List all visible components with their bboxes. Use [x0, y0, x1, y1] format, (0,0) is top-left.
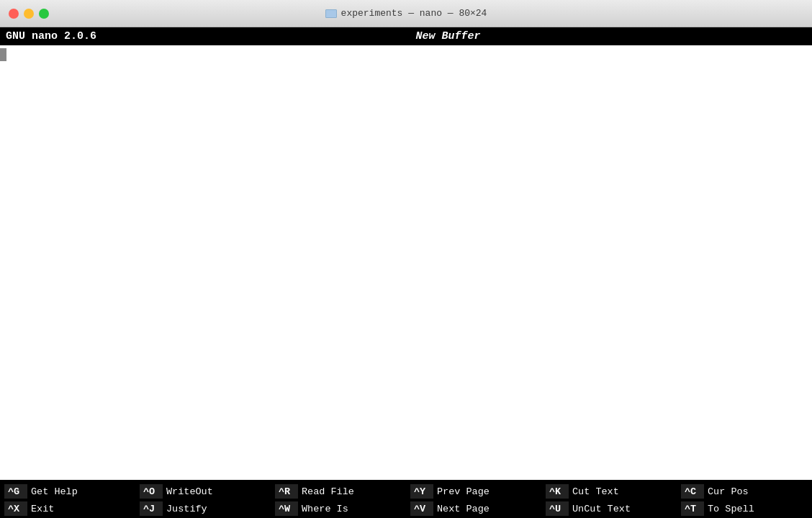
label-next-page: Next Page — [437, 504, 490, 514]
label-to-spell: To Spell — [708, 504, 754, 514]
shortcut-bar: ^G Get Help ^O WriteOut ^R Read File ^Y … — [0, 480, 812, 518]
shortcut-writeout[interactable]: ^O WriteOut — [135, 483, 271, 499]
label-exit: Exit — [31, 504, 54, 514]
shortcut-read-file[interactable]: ^R Read File — [271, 483, 406, 499]
key-where-is: ^W — [275, 501, 298, 516]
key-cut-text: ^K — [546, 484, 569, 499]
label-get-help: Get Help — [31, 486, 78, 497]
shortcut-get-help[interactable]: ^G Get Help — [0, 483, 135, 499]
shortcut-justify[interactable]: ^J Justify — [135, 501, 271, 517]
key-exit: ^X — [4, 501, 27, 516]
minimize-button[interactable] — [24, 9, 34, 19]
key-read-file: ^R — [275, 484, 298, 499]
key-writeout: ^O — [140, 484, 163, 499]
title-bar: experiments — nano — 80×24 — [0, 0, 812, 27]
key-uncut-text: ^U — [546, 501, 569, 516]
label-cur-pos: Cur Pos — [708, 486, 749, 497]
shortcut-prev-page[interactable]: ^Y Prev Page — [406, 483, 541, 499]
nano-header: GNU nano 2.0.6 New Buffer — [0, 27, 812, 45]
shortcut-exit[interactable]: ^X Exit — [0, 501, 135, 517]
editor-area[interactable] — [0, 45, 812, 480]
shortcut-cur-pos[interactable]: ^C Cur Pos — [677, 483, 812, 499]
label-uncut-text: UnCut Text — [572, 504, 631, 514]
label-writeout: WriteOut — [166, 486, 213, 497]
key-prev-page: ^Y — [410, 484, 433, 499]
folder-icon — [325, 9, 337, 18]
buffer-name: New Buffer — [416, 30, 481, 42]
shortcut-next-page[interactable]: ^V Next Page — [406, 501, 541, 517]
app-info: GNU nano 2.0.6 — [6, 30, 96, 42]
key-next-page: ^V — [410, 501, 433, 516]
label-prev-page: Prev Page — [437, 486, 490, 497]
key-get-help: ^G — [4, 484, 27, 499]
key-to-spell: ^T — [681, 501, 704, 516]
window-controls — [9, 9, 49, 19]
header-right — [800, 30, 806, 42]
maximize-button[interactable] — [39, 9, 49, 19]
shortcut-uncut-text[interactable]: ^U UnCut Text — [541, 501, 677, 517]
cursor — [0, 48, 6, 61]
label-where-is: Where Is — [302, 504, 348, 514]
shortcut-where-is[interactable]: ^W Where Is — [271, 501, 406, 517]
shortcut-cut-text[interactable]: ^K Cut Text — [541, 483, 677, 499]
label-justify: Justify — [166, 504, 207, 514]
shortcuts-grid: ^G Get Help ^O WriteOut ^R Read File ^Y … — [0, 481, 812, 518]
key-justify: ^J — [140, 501, 163, 516]
nano-container: GNU nano 2.0.6 New Buffer ^G Get Help ^O… — [0, 27, 812, 518]
label-cut-text: Cut Text — [572, 486, 619, 497]
label-read-file: Read File — [302, 486, 354, 497]
title-label: experiments — nano — 80×24 — [341, 8, 487, 19]
close-button[interactable] — [9, 9, 19, 19]
window-title: experiments — nano — 80×24 — [325, 8, 487, 19]
shortcut-to-spell[interactable]: ^T To Spell — [677, 501, 812, 517]
key-cur-pos: ^C — [681, 484, 704, 499]
